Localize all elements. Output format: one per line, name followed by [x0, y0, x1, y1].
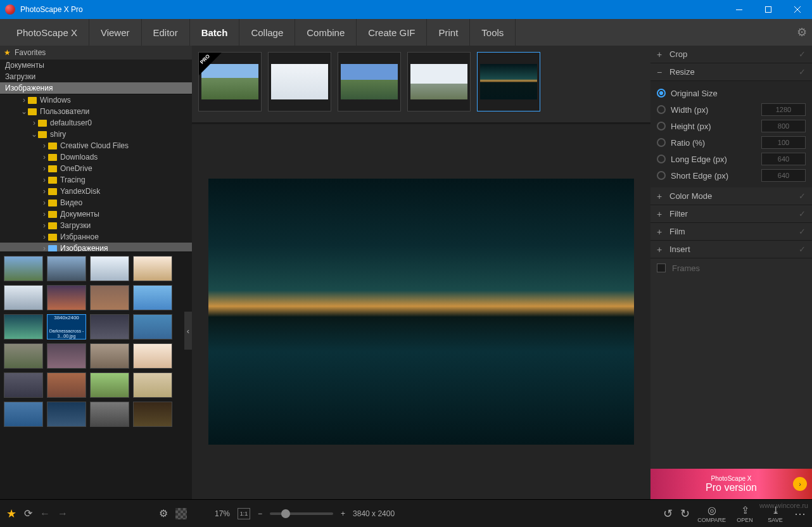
- thumbnail[interactable]: [133, 314, 172, 340]
- thumbnail[interactable]: [47, 343, 86, 369]
- panel-film[interactable]: + Film ✓: [650, 223, 812, 241]
- tree-row[interactable]: ›Creative Cloud Files: [0, 140, 192, 151]
- panel-crop[interactable]: + Crop ✓: [650, 46, 812, 63]
- thumbnail[interactable]: [133, 285, 172, 310]
- thumbnail[interactable]: [133, 256, 172, 281]
- tree-row[interactable]: ⌄shiry: [0, 129, 192, 140]
- one-to-one-button[interactable]: 1:1: [238, 508, 250, 519]
- radio-icon[interactable]: [657, 171, 666, 180]
- tree-row[interactable]: ›OneDrive: [0, 163, 192, 174]
- thumbnail[interactable]: [90, 402, 129, 427]
- nav-item[interactable]: Документы: [0, 60, 192, 71]
- radio-icon[interactable]: [657, 155, 666, 163]
- tab-create-gif[interactable]: Create GIF: [357, 19, 427, 46]
- strip-item[interactable]: [198, 52, 262, 111]
- tree-row[interactable]: ⌄Пользователи: [0, 106, 192, 117]
- resize-option[interactable]: Height (px)800: [657, 118, 806, 134]
- tree-row[interactable]: ›Видео: [0, 197, 192, 208]
- thumbnail[interactable]: [133, 402, 172, 427]
- preview-image[interactable]: [208, 179, 634, 445]
- tab-photoscape-x[interactable]: PhotoScape X: [5, 19, 89, 46]
- thumbnail[interactable]: 3840x2400Darknessacross - 3...00.jpg: [47, 314, 86, 340]
- frames-checkbox[interactable]: [657, 264, 666, 272]
- compare-button[interactable]: ◎COMPARE: [697, 504, 726, 523]
- thumbnail[interactable]: [4, 402, 43, 427]
- minimize-button[interactable]: [725, 0, 754, 19]
- tree-row[interactable]: ›Документы: [0, 208, 192, 220]
- checker-button[interactable]: [175, 508, 187, 519]
- open-button[interactable]: ⇪OPEN: [733, 504, 756, 523]
- radio-icon[interactable]: [657, 89, 666, 98]
- tab-editor[interactable]: Editor: [142, 19, 190, 46]
- tree-row[interactable]: ›Tracing: [0, 174, 192, 186]
- tab-collage[interactable]: Collage: [239, 19, 295, 46]
- thumbnail[interactable]: [47, 372, 86, 398]
- maximize-button[interactable]: [754, 0, 783, 19]
- thumbnail[interactable]: [47, 256, 86, 281]
- nav-item[interactable]: Изображения: [0, 82, 192, 94]
- thumbnail[interactable]: [4, 314, 43, 340]
- forward-button[interactable]: →: [58, 508, 68, 519]
- tree-row[interactable]: ›Downloads: [0, 151, 192, 163]
- thumbnail[interactable]: [90, 343, 129, 369]
- resize-option[interactable]: Long Edge (px)640: [657, 151, 806, 167]
- resize-option[interactable]: Ratio (%)100: [657, 134, 806, 151]
- tree-row[interactable]: ›defaultuser0: [0, 117, 192, 129]
- thumbnail[interactable]: [90, 314, 129, 340]
- favorite-star-button[interactable]: ★: [6, 507, 16, 521]
- tree-row[interactable]: ›Изображения: [0, 243, 192, 252]
- panel-color-mode[interactable]: + Color Mode ✓: [650, 187, 812, 205]
- rotate-right-button[interactable]: ↻: [680, 507, 690, 521]
- panel-resize[interactable]: − Resize ✓: [650, 63, 812, 81]
- option-value[interactable]: 100: [761, 136, 806, 149]
- favorites-bar[interactable]: ★ Favorites: [0, 46, 192, 60]
- back-button[interactable]: ←: [40, 508, 50, 519]
- settings-gear-icon[interactable]: ⚙: [797, 25, 807, 39]
- zoom-out-button[interactable]: −: [258, 509, 262, 518]
- tab-viewer[interactable]: Viewer: [89, 19, 142, 46]
- thumbnail[interactable]: [133, 372, 172, 398]
- tab-print[interactable]: Print: [427, 19, 470, 46]
- thumbnail[interactable]: [4, 372, 43, 398]
- zoom-in-button[interactable]: +: [341, 509, 345, 518]
- thumbnail[interactable]: [4, 256, 43, 281]
- strip-item[interactable]: [268, 52, 331, 111]
- resize-option[interactable]: Original Size: [657, 85, 806, 101]
- tab-tools[interactable]: Tools: [470, 19, 516, 46]
- option-value[interactable]: 640: [761, 153, 806, 165]
- radio-icon[interactable]: [657, 105, 666, 114]
- gear-button[interactable]: ⚙: [159, 507, 168, 519]
- nav-item[interactable]: Загрузки: [0, 71, 192, 82]
- pro-version-promo[interactable]: PhotoScape X Pro version ›: [650, 469, 812, 499]
- panel-insert[interactable]: + Insert ✓: [650, 241, 812, 258]
- tree-row[interactable]: ›Загрузки: [0, 220, 192, 231]
- option-value[interactable]: 800: [761, 120, 806, 132]
- thumbnail[interactable]: [90, 285, 129, 310]
- thumbnail[interactable]: [47, 285, 86, 310]
- thumbnail[interactable]: [90, 372, 129, 398]
- tree-row[interactable]: ›Windows: [0, 94, 192, 106]
- tab-combine[interactable]: Combine: [295, 19, 357, 46]
- zoom-slider[interactable]: [270, 512, 333, 515]
- strip-item[interactable]: [477, 52, 540, 111]
- tab-batch[interactable]: Batch: [190, 19, 240, 46]
- refresh-button[interactable]: ⟳: [24, 507, 32, 519]
- rotate-left-button[interactable]: ↺: [663, 507, 673, 521]
- thumbnail[interactable]: [47, 402, 86, 427]
- thumbnail[interactable]: [4, 285, 43, 310]
- option-value[interactable]: 640: [761, 169, 806, 182]
- radio-icon[interactable]: [657, 122, 666, 130]
- thumbnail[interactable]: [4, 343, 43, 369]
- strip-item[interactable]: [338, 52, 401, 111]
- frames-row[interactable]: Frames: [650, 258, 812, 277]
- option-value[interactable]: 1280: [761, 103, 806, 116]
- thumbnail[interactable]: [90, 256, 129, 281]
- resize-option[interactable]: Short Edge (px)640: [657, 167, 806, 184]
- thumbnail[interactable]: [133, 343, 172, 369]
- resize-option[interactable]: Width (px)1280: [657, 101, 806, 118]
- tree-row[interactable]: ›Избранное: [0, 231, 192, 243]
- radio-icon[interactable]: [657, 138, 666, 147]
- collapse-sidebar-button[interactable]: ‹: [184, 312, 192, 350]
- panel-filter[interactable]: + Filter ✓: [650, 205, 812, 223]
- strip-item[interactable]: [407, 52, 471, 111]
